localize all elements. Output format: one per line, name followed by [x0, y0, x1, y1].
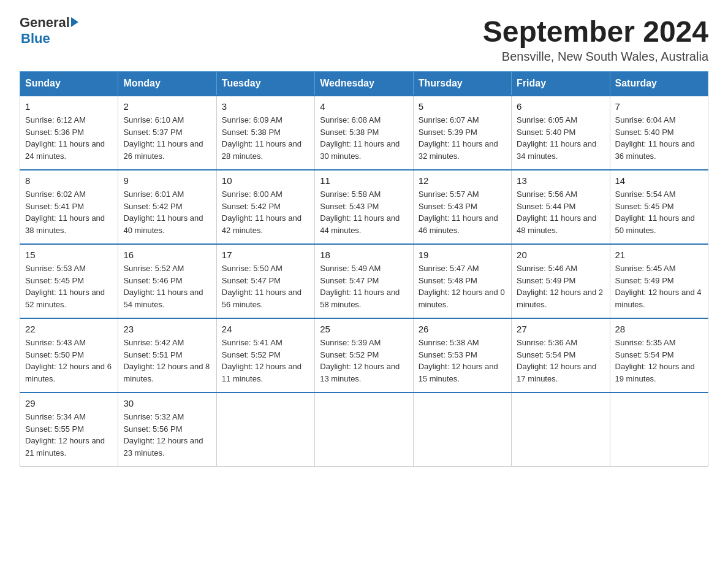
day-number: 24 [222, 324, 309, 334]
calendar-cell: 19Sunrise: 5:47 AMSunset: 5:48 PMDayligh… [413, 244, 511, 318]
day-number: 2 [123, 101, 211, 112]
day-info: Sunrise: 5:47 AMSunset: 5:48 PMDaylight:… [419, 262, 506, 310]
calendar-cell: 15Sunrise: 5:53 AMSunset: 5:45 PMDayligh… [20, 244, 118, 318]
col-saturday: Saturday [610, 72, 708, 96]
location-title: Bensville, New South Wales, Australia [483, 50, 708, 64]
calendar-cell [216, 393, 314, 467]
calendar-cell: 2Sunrise: 6:10 AMSunset: 5:37 PMDaylight… [118, 96, 216, 170]
calendar-cell: 13Sunrise: 5:56 AMSunset: 5:44 PMDayligh… [512, 170, 610, 244]
calendar-cell: 7Sunrise: 6:04 AMSunset: 5:40 PMDaylight… [610, 96, 708, 170]
day-info: Sunrise: 6:12 AMSunset: 5:36 PMDaylight:… [25, 114, 113, 162]
calendar-week-row: 22Sunrise: 5:43 AMSunset: 5:50 PMDayligh… [20, 318, 708, 393]
calendar-table: Sunday Monday Tuesday Wednesday Thursday… [20, 71, 708, 467]
calendar-cell: 17Sunrise: 5:50 AMSunset: 5:47 PMDayligh… [216, 244, 314, 318]
day-info: Sunrise: 5:53 AMSunset: 5:45 PMDaylight:… [25, 262, 113, 310]
day-number: 30 [123, 398, 211, 408]
day-info: Sunrise: 5:34 AMSunset: 5:55 PMDaylight:… [25, 411, 113, 459]
day-number: 21 [615, 250, 703, 260]
day-info: Sunrise: 5:45 AMSunset: 5:49 PMDaylight:… [615, 262, 703, 310]
day-info: Sunrise: 5:57 AMSunset: 5:43 PMDaylight:… [419, 188, 506, 236]
day-number: 11 [320, 175, 408, 186]
calendar-cell [315, 393, 413, 467]
day-number: 10 [222, 175, 309, 186]
page-header: General Blue September 2024 Bensville, N… [20, 15, 708, 64]
day-number: 18 [320, 250, 408, 260]
day-number: 8 [25, 175, 113, 186]
logo: General Blue [20, 15, 78, 47]
calendar-cell: 3Sunrise: 6:09 AMSunset: 5:38 PMDaylight… [216, 96, 314, 170]
col-monday: Monday [118, 72, 216, 96]
calendar-cell: 10Sunrise: 6:00 AMSunset: 5:42 PMDayligh… [216, 170, 314, 244]
day-info: Sunrise: 6:04 AMSunset: 5:40 PMDaylight:… [615, 114, 703, 162]
calendar-cell: 24Sunrise: 5:41 AMSunset: 5:52 PMDayligh… [216, 318, 314, 393]
col-tuesday: Tuesday [216, 72, 314, 96]
month-title: September 2024 [483, 15, 708, 48]
day-info: Sunrise: 5:54 AMSunset: 5:45 PMDaylight:… [615, 188, 703, 236]
calendar-week-row: 29Sunrise: 5:34 AMSunset: 5:55 PMDayligh… [20, 393, 708, 467]
logo-arrow-icon [71, 17, 78, 27]
calendar-cell: 18Sunrise: 5:49 AMSunset: 5:47 PMDayligh… [315, 244, 413, 318]
day-info: Sunrise: 6:09 AMSunset: 5:38 PMDaylight:… [222, 114, 309, 162]
calendar-cell: 22Sunrise: 5:43 AMSunset: 5:50 PMDayligh… [20, 318, 118, 393]
day-info: Sunrise: 6:01 AMSunset: 5:42 PMDaylight:… [123, 188, 211, 236]
day-info: Sunrise: 5:36 AMSunset: 5:54 PMDaylight:… [517, 337, 604, 385]
calendar-cell: 14Sunrise: 5:54 AMSunset: 5:45 PMDayligh… [610, 170, 708, 244]
day-info: Sunrise: 5:58 AMSunset: 5:43 PMDaylight:… [320, 188, 408, 236]
calendar-cell: 12Sunrise: 5:57 AMSunset: 5:43 PMDayligh… [413, 170, 511, 244]
calendar-cell: 11Sunrise: 5:58 AMSunset: 5:43 PMDayligh… [315, 170, 413, 244]
day-number: 13 [517, 175, 604, 186]
calendar-header-row: Sunday Monday Tuesday Wednesday Thursday… [20, 72, 708, 96]
calendar-cell: 1Sunrise: 6:12 AMSunset: 5:36 PMDaylight… [20, 96, 118, 170]
calendar-cell [610, 393, 708, 467]
calendar-cell: 9Sunrise: 6:01 AMSunset: 5:42 PMDaylight… [118, 170, 216, 244]
col-friday: Friday [512, 72, 610, 96]
day-number: 7 [615, 101, 703, 112]
day-number: 4 [320, 101, 408, 112]
day-number: 1 [25, 101, 113, 112]
day-info: Sunrise: 5:38 AMSunset: 5:53 PMDaylight:… [419, 337, 506, 385]
calendar-cell: 21Sunrise: 5:45 AMSunset: 5:49 PMDayligh… [610, 244, 708, 318]
day-number: 5 [419, 101, 506, 112]
title-block: September 2024 Bensville, New South Wale… [483, 15, 708, 64]
day-number: 15 [25, 250, 113, 260]
day-number: 9 [123, 175, 211, 186]
calendar-week-row: 8Sunrise: 6:02 AMSunset: 5:41 PMDaylight… [20, 170, 708, 244]
calendar-cell [512, 393, 610, 467]
day-info: Sunrise: 5:39 AMSunset: 5:52 PMDaylight:… [320, 337, 408, 385]
day-number: 12 [419, 175, 506, 186]
day-info: Sunrise: 6:10 AMSunset: 5:37 PMDaylight:… [123, 114, 211, 162]
logo-text-blue: Blue [21, 31, 78, 47]
day-number: 16 [123, 250, 211, 260]
day-number: 14 [615, 175, 703, 186]
day-info: Sunrise: 5:56 AMSunset: 5:44 PMDaylight:… [517, 188, 604, 236]
day-number: 23 [123, 324, 211, 334]
calendar-cell: 27Sunrise: 5:36 AMSunset: 5:54 PMDayligh… [512, 318, 610, 393]
day-info: Sunrise: 5:35 AMSunset: 5:54 PMDaylight:… [615, 337, 703, 385]
day-number: 19 [419, 250, 506, 260]
calendar-cell: 28Sunrise: 5:35 AMSunset: 5:54 PMDayligh… [610, 318, 708, 393]
calendar-cell: 5Sunrise: 6:07 AMSunset: 5:39 PMDaylight… [413, 96, 511, 170]
day-number: 17 [222, 250, 309, 260]
calendar-cell: 4Sunrise: 6:08 AMSunset: 5:38 PMDaylight… [315, 96, 413, 170]
day-info: Sunrise: 5:52 AMSunset: 5:46 PMDaylight:… [123, 262, 211, 310]
calendar-cell: 26Sunrise: 5:38 AMSunset: 5:53 PMDayligh… [413, 318, 511, 393]
day-info: Sunrise: 6:08 AMSunset: 5:38 PMDaylight:… [320, 114, 408, 162]
col-sunday: Sunday [20, 72, 118, 96]
calendar-cell: 20Sunrise: 5:46 AMSunset: 5:49 PMDayligh… [512, 244, 610, 318]
day-number: 3 [222, 101, 309, 112]
day-info: Sunrise: 6:00 AMSunset: 5:42 PMDaylight:… [222, 188, 309, 236]
day-number: 28 [615, 324, 703, 334]
calendar-cell [413, 393, 511, 467]
day-number: 6 [517, 101, 604, 112]
day-number: 27 [517, 324, 604, 334]
day-info: Sunrise: 5:32 AMSunset: 5:56 PMDaylight:… [123, 411, 211, 459]
col-wednesday: Wednesday [315, 72, 413, 96]
day-number: 26 [419, 324, 506, 334]
day-number: 20 [517, 250, 604, 260]
day-info: Sunrise: 6:02 AMSunset: 5:41 PMDaylight:… [25, 188, 113, 236]
calendar-week-row: 15Sunrise: 5:53 AMSunset: 5:45 PMDayligh… [20, 244, 708, 318]
calendar-cell: 29Sunrise: 5:34 AMSunset: 5:55 PMDayligh… [20, 393, 118, 467]
calendar-week-row: 1Sunrise: 6:12 AMSunset: 5:36 PMDaylight… [20, 96, 708, 170]
calendar-cell: 6Sunrise: 6:05 AMSunset: 5:40 PMDaylight… [512, 96, 610, 170]
day-info: Sunrise: 5:42 AMSunset: 5:51 PMDaylight:… [123, 337, 211, 385]
